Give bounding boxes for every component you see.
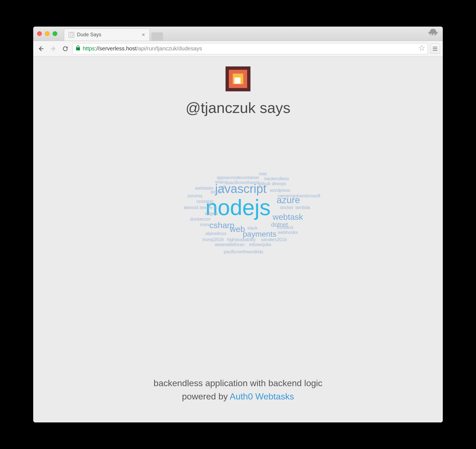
footer-line1: backendless application with backend log… xyxy=(154,376,322,390)
footer-line2: powered by Auth0 Webtasks xyxy=(154,390,322,403)
word-cloud: nodejsjavascriptazurewebtaskcsharpwebpay… xyxy=(133,149,343,282)
close-tab-icon[interactable]: × xyxy=(142,32,145,38)
word-xamarinjoinsmicrosoft: xamarinjoinsmicrosoft xyxy=(278,193,320,198)
word-v8: v8 xyxy=(221,185,226,190)
back-button[interactable] xyxy=(36,44,46,54)
word-pacificnorthwestkids: pacificnorthwestkids xyxy=(224,249,263,254)
file-icon xyxy=(69,32,74,38)
toolbar: https ://serverless.host /api/run/tjancz… xyxy=(33,41,443,56)
traffic-lights xyxy=(37,31,57,36)
bookmark-star-icon[interactable] xyxy=(419,45,425,52)
word-dockercon: dockercon xyxy=(190,217,211,222)
word-weareallafrican: weareallafrican xyxy=(215,242,245,247)
url-host: ://serverless.host xyxy=(95,45,136,52)
page-content: @tjanczuk says nodejsjavascriptazurewebt… xyxy=(33,56,443,422)
auth0-webtasks-link[interactable]: Auth0 Webtasks xyxy=(230,391,294,401)
word-alpinelinux: alpinelinux xyxy=(205,231,226,236)
word-github: github xyxy=(258,181,270,186)
address-bar[interactable]: https ://serverless.host /api/run/tjancz… xyxy=(73,43,428,54)
word-nostalgic: nostalgic xyxy=(196,199,214,204)
word-seattle: seattle xyxy=(199,205,212,210)
word-highavailability: highavailability xyxy=(227,237,256,242)
word-lambda: lambda xyxy=(296,205,310,210)
word-erlang: erlang xyxy=(215,180,227,185)
word-frontend: frontend xyxy=(277,225,293,230)
word-slack: slack xyxy=(247,226,257,231)
browser-window: Dude Says × https ://serverless.host /ap… xyxy=(33,27,443,422)
page-title: @tjanczuk says xyxy=(186,99,291,116)
reload-button[interactable] xyxy=(60,44,70,54)
app-logo xyxy=(226,66,250,91)
url-path: /api/run/tjanczuk/dudesays xyxy=(137,45,202,52)
word-docker: docker xyxy=(280,205,293,210)
word-webtask: webtask xyxy=(273,212,303,222)
url-scheme: https xyxy=(83,45,95,52)
word-sanders2016: sanders2016 xyxy=(261,237,287,242)
word-backendless: backendless xyxy=(265,176,289,181)
word-js: js xyxy=(214,205,217,210)
word-stripe: stripe xyxy=(210,190,221,195)
word-mono: mono xyxy=(200,222,211,227)
lock-icon xyxy=(76,45,81,52)
word-devops: devops xyxy=(272,181,286,186)
word-pacificnorthwest: pacificnorthwest xyxy=(228,180,260,185)
tab-title: Dude Says xyxy=(77,32,139,38)
url-text: https ://serverless.host /api/run/tjancz… xyxy=(83,45,416,52)
forward-button[interactable] xyxy=(48,44,58,54)
word-wordpress: wordpress xyxy=(270,188,290,193)
word-rsac: rsac xyxy=(259,171,267,176)
footer: backendless application with backend log… xyxy=(154,376,322,403)
word-zeromq: zeromq xyxy=(187,193,202,198)
new-tab-button[interactable] xyxy=(151,32,163,41)
word-edgejs: edgejs xyxy=(205,211,218,216)
browser-tab[interactable]: Dude Says × xyxy=(64,29,150,41)
minimize-button[interactable] xyxy=(45,31,50,36)
maximize-button[interactable] xyxy=(53,31,57,36)
close-button[interactable] xyxy=(37,31,42,36)
titlebar: Dude Says × xyxy=(33,27,443,41)
incognito-icon xyxy=(427,27,438,40)
word-webhooks: webhooks xyxy=(278,230,298,235)
powered-by-label: powered by xyxy=(182,391,230,401)
word-infosecjobs: infosecjobs xyxy=(249,242,271,247)
menu-button[interactable] xyxy=(430,44,440,54)
word-atwood: atwood xyxy=(184,205,198,210)
word-trump2016: trump2016 xyxy=(203,237,224,242)
